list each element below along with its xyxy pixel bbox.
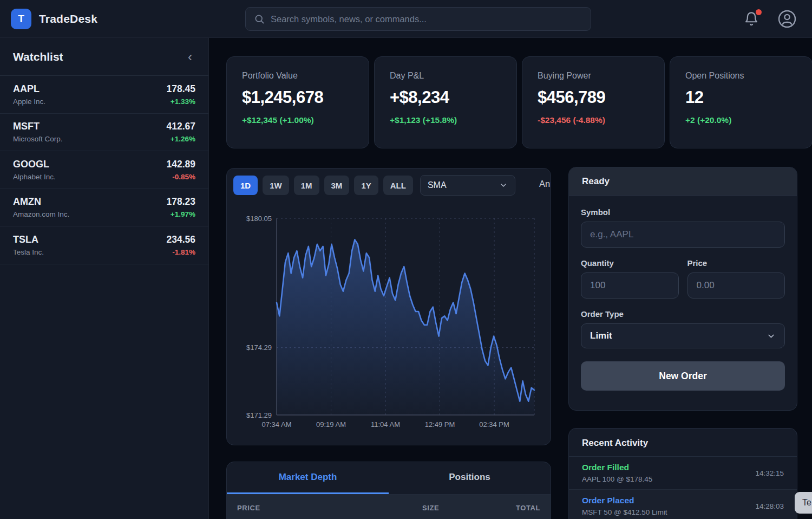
chevron-down-icon <box>499 181 508 190</box>
avatar-icon <box>777 9 797 29</box>
indicator-select[interactable]: SMA <box>420 175 515 196</box>
tab-market-depth[interactable]: Market Depth <box>227 462 389 494</box>
range-button-1y[interactable]: 1Y <box>354 176 378 195</box>
stat-label: Open Positions <box>685 71 797 81</box>
new-order-button[interactable]: New Order <box>581 361 785 391</box>
stat-change: -$23,456 (-4.88%) <box>538 115 649 125</box>
stat-value: $1,245,678 <box>242 88 353 107</box>
watchlist-row-msft[interactable]: MSFT Microsoft Corp. 412.67 +1.26% <box>0 114 208 152</box>
symbol: MSFT <box>13 121 63 132</box>
watchlist-title: Watchlist <box>13 50 63 63</box>
change-percent: -1.81% <box>166 248 195 256</box>
order-type-value: Limit <box>590 330 612 341</box>
column-total: TOTAL <box>439 504 540 512</box>
price-chart-panel: 1D 1W 1M 3M 1Y ALL SMA Annot 07:34 AM09:… <box>226 168 551 445</box>
tab-positions[interactable]: Positions <box>389 462 551 494</box>
company-name: Microsoft Corp. <box>13 135 63 143</box>
svg-text:11:04 AM: 11:04 AM <box>371 420 400 429</box>
company-name: Alphabet Inc. <box>13 173 56 181</box>
stat-card-buying-power: Buying Power $456,789 -$23,456 (-4.88%) <box>522 56 665 148</box>
annotate-label-clipped[interactable]: Annot <box>539 179 551 189</box>
global-search[interactable] <box>245 7 591 31</box>
symbol-label: Symbol <box>581 207 785 217</box>
activity-row-order-filled: Order Filled AAPL 100 @ $178.45 14:32:15 <box>569 457 797 489</box>
order-type-label: Order Type <box>581 309 785 319</box>
depth-table-header: PRICE SIZE TOTAL <box>227 495 551 519</box>
price-label: Price <box>687 258 785 268</box>
stat-change: +$12,345 (+1.00%) <box>242 115 353 125</box>
svg-text:$180.05: $180.05 <box>246 215 272 223</box>
price: 178.23 <box>166 196 195 207</box>
chart-toolbar: 1D 1W 1M 3M 1Y ALL SMA Annot <box>233 175 544 196</box>
notification-badge <box>756 9 762 15</box>
svg-text:02:34 PM: 02:34 PM <box>479 420 509 429</box>
symbol: GOOGL <box>13 159 56 170</box>
search-icon <box>254 14 265 24</box>
order-type-select[interactable]: Limit <box>581 323 785 348</box>
price: 178.45 <box>166 83 195 95</box>
stat-value: $456,789 <box>538 88 649 107</box>
symbol-input[interactable] <box>581 222 785 248</box>
company-name: Tesla Inc. <box>13 248 44 256</box>
svg-text:$174.29: $174.29 <box>246 343 272 352</box>
activity-detail: AAPL 100 @ $178.45 <box>582 475 652 483</box>
range-button-1m[interactable]: 1M <box>294 176 319 195</box>
svg-text:12:49 PM: 12:49 PM <box>425 420 455 429</box>
change-percent: -0.85% <box>166 173 195 181</box>
range-button-1d[interactable]: 1D <box>233 176 258 195</box>
search-input[interactable] <box>271 14 582 24</box>
range-button-3m[interactable]: 3M <box>324 176 350 195</box>
change-percent: +1.33% <box>166 98 195 106</box>
quantity-input[interactable] <box>581 273 679 299</box>
svg-text:09:19 AM: 09:19 AM <box>316 420 346 429</box>
company-name: Apple Inc. <box>13 98 45 106</box>
stat-card-day-pnl: Day P&L +$8,234 +$1,123 (+15.8%) <box>374 56 517 148</box>
symbol: AMZN <box>13 196 69 207</box>
activity-time: 14:28:03 <box>755 502 784 510</box>
watchlist-row-googl[interactable]: GOOGL Alphabet Inc. 142.89 -0.85% <box>0 151 208 189</box>
activity-event: Order Filled <box>582 463 652 472</box>
range-button-all[interactable]: ALL <box>383 176 413 195</box>
stat-card-portfolio-value: Portfolio Value $1,245,678 +$12,345 (+1.… <box>226 56 369 148</box>
quantity-label: Quantity <box>581 258 679 268</box>
stat-value: 12 <box>685 88 797 107</box>
bottom-tabs: Market Depth Positions <box>227 462 551 495</box>
brand: T TradeDesk <box>11 9 97 29</box>
order-status: Ready <box>569 167 797 196</box>
stat-change: +$1,123 (+15.8%) <box>390 115 501 125</box>
price-input[interactable] <box>687 273 785 299</box>
watchlist-row-amzn[interactable]: AMZN Amazon.com Inc. 178.23 +1.97% <box>0 189 208 227</box>
svg-text:$171.29: $171.29 <box>246 411 272 419</box>
user-menu-button[interactable] <box>777 9 797 29</box>
change-percent: +1.26% <box>166 135 195 143</box>
recent-activity-title: Recent Activity <box>569 429 797 457</box>
column-size: SIZE <box>338 504 440 512</box>
stat-label: Day P&L <box>390 71 501 81</box>
stat-label: Portfolio Value <box>242 71 353 81</box>
stat-change: +2 (+20.0%) <box>685 115 797 125</box>
market-depth-panel: Market Depth Positions PRICE SIZE TOTAL <box>226 462 551 519</box>
stats-row: Portfolio Value $1,245,678 +$12,345 (+1.… <box>226 56 812 148</box>
indicator-value: SMA <box>428 180 447 190</box>
price: 142.89 <box>166 159 195 170</box>
symbol: TSLA <box>13 234 44 245</box>
activity-time: 14:32:15 <box>755 469 784 477</box>
column-price: PRICE <box>237 504 338 512</box>
app-title: TradeDesk <box>39 12 97 25</box>
notifications-button[interactable] <box>744 11 759 27</box>
watchlist-row-aapl[interactable]: AAPL Apple Inc. 178.45 +1.33% <box>0 76 208 114</box>
symbol: AAPL <box>13 83 45 95</box>
watchlist-row-tsla[interactable]: TSLA Tesla Inc. 234.56 -1.81% <box>0 226 208 264</box>
collapse-sidebar-icon[interactable]: ‹ <box>185 49 195 64</box>
recent-activity-panel: Recent Activity Order Filled AAPL 100 @ … <box>568 428 797 519</box>
activity-event: Order Placed <box>582 496 667 505</box>
range-button-1w[interactable]: 1W <box>263 176 289 195</box>
price-chart[interactable]: 07:34 AM09:19 AM11:04 AM12:49 PM02:34 PM… <box>233 202 545 440</box>
toast-notification: Te <box>795 492 812 514</box>
activity-detail: MSFT 50 @ $412.50 Limit <box>582 508 667 516</box>
company-name: Amazon.com Inc. <box>13 210 69 218</box>
change-percent: +1.97% <box>166 210 195 218</box>
stat-value: +$8,234 <box>390 88 501 107</box>
app-header: T TradeDesk <box>0 0 812 38</box>
stat-card-open-positions: Open Positions 12 +2 (+20.0%) <box>670 56 812 148</box>
